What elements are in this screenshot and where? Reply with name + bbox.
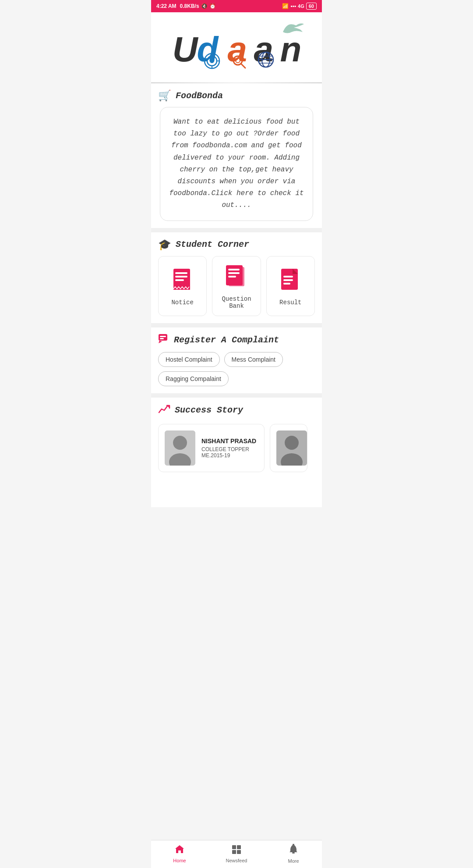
success-info-1: NISHANT PRASAD COLLEGE TOPPER ME.2015-19 — [201, 438, 258, 459]
svg-rect-17 — [175, 276, 187, 277]
network-type: 4G — [298, 4, 304, 9]
gap2 — [151, 323, 322, 327]
avatar-1 — [165, 430, 195, 466]
svg-rect-31 — [160, 338, 164, 339]
svg-rect-21 — [228, 269, 240, 270]
complaint-header: Register A Complaint — [158, 334, 315, 347]
success-story-title: Success Story — [175, 405, 243, 415]
success-story-header: Success Story — [158, 404, 315, 417]
battery-icon: 60 — [306, 3, 317, 10]
alarm-icon: ⏰ — [209, 3, 216, 9]
chat-icon — [158, 334, 169, 347]
trend-icon — [158, 404, 170, 417]
cart-icon: 🛒 — [158, 89, 171, 102]
gap3 — [151, 393, 322, 398]
svg-marker-32 — [159, 341, 162, 343]
complaint-section: Register A Complaint Hostel Complaint Me… — [151, 327, 322, 393]
wifi-icon: 📶 — [282, 3, 289, 9]
question-bank-card[interactable]: Question Bank — [212, 256, 261, 316]
success-story-section: Success Story NISHANT PRASAD COLLEGE TOP… — [151, 398, 322, 507]
svg-rect-26 — [283, 276, 293, 277]
question-bank-icon — [225, 264, 248, 291]
data-speed: 0.8KB/s — [180, 3, 199, 9]
magnifier-icon — [232, 40, 247, 75]
foodbonda-header: 🛒 FoodBonda — [158, 89, 315, 102]
foodbonda-description: Want to eat delicious food but too lazy … — [169, 118, 304, 209]
success-name-1: NISHANT PRASAD — [201, 438, 258, 445]
hostel-complaint-chip[interactable]: Hostel Complaint — [158, 352, 220, 367]
logo-u: U — [173, 32, 197, 67]
mute-icon: 🔇 — [201, 3, 208, 9]
student-corner-header: 🎓 Student Corner — [158, 238, 315, 251]
svg-rect-18 — [175, 279, 184, 281]
target-icon — [204, 40, 220, 75]
complaint-title: Register A Complaint — [174, 335, 279, 345]
svg-rect-29 — [159, 334, 167, 341]
svg-rect-30 — [160, 336, 166, 337]
success-card-2[interactable] — [270, 424, 307, 472]
notice-card[interactable]: Notice — [158, 256, 207, 316]
svg-line-9 — [241, 64, 245, 68]
graduation-icon: 🎓 — [158, 238, 171, 251]
success-role-1: COLLEGE TOPPER — [201, 446, 258, 452]
notice-label: Notice — [171, 299, 193, 306]
status-bar: 4:22 AM 0.8KB/s 🔇 ⏰ 📶 ▪▪▪ 4G 60 — [151, 0, 322, 12]
result-card[interactable]: Result — [266, 256, 315, 316]
svg-rect-28 — [283, 283, 290, 285]
svg-point-34 — [173, 436, 187, 450]
logo-container: U d — [173, 32, 301, 67]
logo-a1: a — [227, 32, 254, 67]
globe-icon — [257, 39, 275, 74]
success-row: NISHANT PRASAD COLLEGE TOPPER ME.2015-19 — [158, 422, 315, 472]
student-corner-title: Student Corner — [176, 239, 249, 249]
mess-complaint-chip[interactable]: Mess Complaint — [224, 352, 283, 367]
svg-rect-23 — [228, 276, 236, 277]
foodbonda-title: FoodBonda — [176, 91, 223, 101]
signal-icon: ▪▪▪ — [290, 3, 296, 9]
foodbonda-section: 🛒 FoodBonda Want to eat delicious food b… — [151, 83, 322, 228]
success-year-1: ME.2015-19 — [201, 452, 258, 459]
notice-icon — [173, 268, 193, 295]
svg-point-2 — [210, 59, 214, 63]
result-label: Result — [279, 299, 301, 306]
svg-rect-20 — [226, 265, 243, 285]
student-corner-section: 🎓 Student Corner Notice — [151, 232, 322, 323]
student-grid: Notice Question Bank — [158, 256, 315, 316]
logo-n: n — [280, 32, 300, 67]
time-display: 4:22 AM — [156, 3, 176, 9]
avatar-2 — [276, 430, 307, 466]
success-card-1[interactable]: NISHANT PRASAD COLLEGE TOPPER ME.2015-19 — [158, 424, 265, 472]
svg-point-37 — [285, 436, 299, 450]
status-bar-right: 📶 ▪▪▪ 4G 60 — [282, 3, 317, 10]
svg-rect-16 — [175, 272, 187, 274]
result-icon — [280, 268, 300, 295]
question-bank-label: Question Bank — [216, 295, 257, 309]
logo-area: U d — [151, 12, 322, 82]
complaint-chips: Hostel Complaint Mess Complaint Ragging … — [158, 352, 315, 386]
svg-rect-27 — [283, 279, 293, 281]
ragging-complaint-chip[interactable]: Ragging Compalaint — [158, 371, 229, 386]
logo-text: U d — [173, 32, 301, 67]
svg-rect-22 — [228, 272, 240, 274]
status-bar-left: 4:22 AM 0.8KB/s 🔇 ⏰ — [156, 3, 216, 9]
svg-point-8 — [236, 58, 240, 63]
gap1 — [151, 228, 322, 232]
foodbonda-card[interactable]: Want to eat delicious food but too lazy … — [160, 107, 313, 221]
logo-d: d — [197, 32, 227, 67]
logo-a2: a — [254, 32, 280, 67]
